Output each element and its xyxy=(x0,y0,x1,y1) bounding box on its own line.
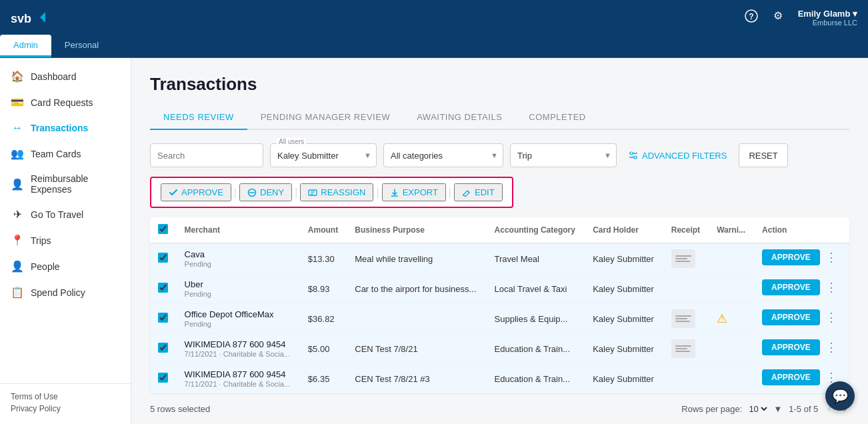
row-more-button[interactable]: ⋮ xyxy=(823,310,840,325)
search-input[interactable] xyxy=(157,151,269,161)
export-action-button[interactable]: EXPORT xyxy=(382,183,446,201)
sidebar-item-go-to-travel[interactable]: ✈ Go To Travel xyxy=(0,201,131,227)
col-business-purpose: Business Purpose xyxy=(347,217,486,243)
action-bar: APPROVE | DENY | REASSIGN | EXPORT | EDI… xyxy=(150,177,513,208)
travel-icon: ✈ xyxy=(11,208,24,221)
sidebar-item-trips[interactable]: 📍 Trips xyxy=(0,227,131,253)
cell-amount: $36.82 xyxy=(300,304,347,334)
table-row: WIKIMEDIA 877 600 94547/11/2021 · Charit… xyxy=(150,334,849,364)
sidebar-item-label: Go To Travel xyxy=(31,209,83,220)
settings-icon[interactable]: ⚙ xyxy=(771,9,785,25)
terms-of-use-link[interactable]: Terms of Use xyxy=(11,392,120,401)
advanced-filters-label: ADVANCED FILTERS xyxy=(642,151,727,161)
content-tabs: NEEDS REVIEW PENDING MANAGER REVIEW AWAI… xyxy=(150,105,849,130)
row-checkbox[interactable] xyxy=(158,373,168,383)
trip-filter-select[interactable]: Trip xyxy=(510,143,617,167)
sidebar-item-spend-policy[interactable]: 📋 Spend Policy xyxy=(0,279,131,305)
approve-action-button[interactable]: APPROVE xyxy=(161,183,231,201)
row-more-button[interactable]: ⋮ xyxy=(823,280,840,295)
row-approve-button[interactable]: APPROVE xyxy=(762,369,820,385)
sidebar-item-card-requests[interactable]: 💳 Card Requests xyxy=(0,89,131,115)
sidebar-item-label: Trips xyxy=(31,235,51,246)
deny-action-button[interactable]: DENY xyxy=(239,183,292,201)
edit-label: EDIT xyxy=(475,187,495,197)
category-filter-wrap: All categories ▼ xyxy=(383,143,503,167)
rows-per-page: Rows per page: 10 25 50 ▼ xyxy=(681,403,782,415)
user-name: Emily Glamb ▾ xyxy=(798,9,857,19)
privacy-policy-link[interactable]: Privacy Policy xyxy=(11,404,120,413)
warning-icon: ⚠ xyxy=(717,312,727,325)
cell-warning xyxy=(709,243,754,274)
row-approve-button[interactable]: APPROVE xyxy=(762,279,820,295)
divider-3: | xyxy=(376,187,379,199)
table-row: UberPending$8.93Car to the airport for b… xyxy=(150,274,849,304)
row-approve-button[interactable]: APPROVE xyxy=(762,339,820,355)
row-more-button[interactable]: ⋮ xyxy=(823,250,840,265)
cell-action: APPROVE⋮ xyxy=(754,304,849,331)
reassign-action-button[interactable]: REASSIGN xyxy=(300,183,373,201)
cell-receipt xyxy=(663,304,709,334)
svg-text:?: ? xyxy=(749,12,753,21)
col-action: Action xyxy=(754,217,849,243)
table-row: CavaPending$13.30Meal while travellingTr… xyxy=(150,243,849,274)
cell-business-purpose: Meal while travelling xyxy=(347,243,486,274)
divider-1: | xyxy=(234,187,237,199)
people-icon: 👤 xyxy=(11,260,24,273)
row-checkbox[interactable] xyxy=(158,283,168,293)
sidebar-item-dashboard[interactable]: 🏠 Dashboard xyxy=(0,63,131,89)
chat-bubble-button[interactable]: 💬 xyxy=(825,381,855,411)
row-checkbox[interactable] xyxy=(158,313,168,323)
edit-action-button[interactable]: EDIT xyxy=(454,183,503,201)
cell-accounting-category: Travel Meal xyxy=(487,243,585,274)
help-icon[interactable]: ? xyxy=(745,9,758,25)
tab-pending-manager[interactable]: PENDING MANAGER REVIEW xyxy=(247,105,403,130)
cell-amount: $8.93 xyxy=(300,274,347,304)
tab-admin[interactable]: Admin xyxy=(0,35,51,57)
cell-card-holder: Kaley Submitter xyxy=(585,334,663,364)
tab-personal[interactable]: Personal xyxy=(51,35,112,57)
pagination: Rows per page: 10 25 50 ▼ 1-5 of 5 ‹ › xyxy=(681,400,849,417)
reset-button[interactable]: RESET xyxy=(739,143,787,167)
dashboard-icon: 🏠 xyxy=(11,70,24,83)
user-menu[interactable]: Emily Glamb ▾ Emburse LLC xyxy=(798,9,857,27)
receipt-thumbnail xyxy=(671,339,695,358)
tab-awaiting-details[interactable]: AWAITING DETAILS xyxy=(403,105,515,130)
cell-warning xyxy=(709,334,754,364)
rows-per-page-select[interactable]: 10 25 50 xyxy=(746,403,769,415)
sidebar-item-reimbursable-expenses[interactable]: 👤 Reimbursable Expenses xyxy=(0,167,131,201)
top-nav: svb ? ⚙ Emily Glamb ▾ Emburse LLC xyxy=(0,0,868,35)
table-footer: 5 rows selected Rows per page: 10 25 50 … xyxy=(150,393,849,417)
top-nav-icons: ? ⚙ Emily Glamb ▾ Emburse LLC xyxy=(745,9,857,27)
trip-filter-wrap: Trip ▼ xyxy=(510,143,617,167)
sidebar-item-label: People xyxy=(31,261,60,272)
row-more-button[interactable]: ⋮ xyxy=(823,340,840,355)
cell-card-holder: Kaley Submitter xyxy=(585,243,663,274)
sidebar-item-label: Team Cards xyxy=(31,149,81,159)
tab-needs-review[interactable]: NEEDS REVIEW xyxy=(150,105,247,130)
cell-receipt xyxy=(663,364,709,394)
row-checkbox[interactable] xyxy=(158,343,168,353)
table-header-row: Merchant Amount Business Purpose Account… xyxy=(150,217,849,243)
row-approve-button[interactable]: APPROVE xyxy=(762,309,820,325)
svg-point-7 xyxy=(630,152,633,155)
advanced-filters-button[interactable]: ADVANCED FILTERS xyxy=(623,143,732,167)
sidebar-item-team-cards[interactable]: 👥 Team Cards xyxy=(0,141,131,167)
select-all-checkbox[interactable] xyxy=(158,224,168,234)
svg-line-15 xyxy=(467,191,469,193)
cell-amount: $6.35 xyxy=(300,364,347,394)
category-filter-select[interactable]: All categories xyxy=(383,143,503,167)
tab-completed[interactable]: COMPLETED xyxy=(515,105,599,130)
svg-rect-11 xyxy=(309,190,317,195)
filters-row: 🔍 All users Kaley Submitter ▼ All catego… xyxy=(150,143,849,167)
col-card-holder: Card Holder xyxy=(585,217,663,243)
sidebar-item-transactions[interactable]: ↔ Transactions xyxy=(0,115,131,141)
sidebar-item-people[interactable]: 👤 People xyxy=(0,253,131,279)
user-filter-select[interactable]: Kaley Submitter xyxy=(270,143,377,167)
svb-logo: svb xyxy=(11,8,45,27)
cell-business-purpose: Car to the airport for business... xyxy=(347,274,486,304)
table-row: Office Depot OfficeMaxPending$36.82Suppl… xyxy=(150,304,849,334)
row-checkbox[interactable] xyxy=(158,253,168,263)
row-approve-button[interactable]: APPROVE xyxy=(762,249,820,265)
main-layout: 🏠 Dashboard 💳 Card Requests ↔ Transactio… xyxy=(0,58,868,424)
page-title: Transactions xyxy=(150,74,849,95)
